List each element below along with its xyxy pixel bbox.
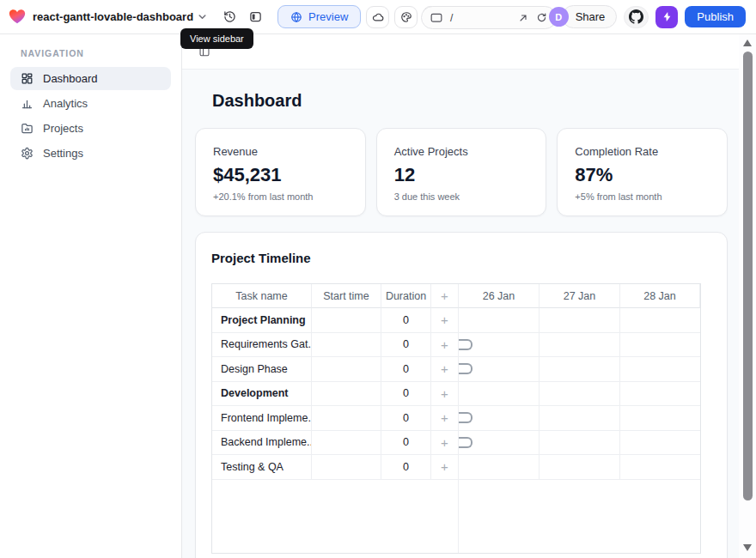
dashboard-grid-icon — [21, 72, 34, 85]
stat-card-subtext: +20.1% from last month — [213, 191, 348, 202]
timeline-cell-28-jan — [620, 455, 700, 480]
chevron-down-icon[interactable] — [198, 12, 207, 21]
folder-icon — [21, 122, 34, 135]
timeline-cell-28-jan — [620, 431, 700, 456]
stat-card-label: Revenue — [213, 145, 348, 158]
scrollbar-thumb[interactable] — [743, 52, 753, 500]
preview-button-label: Preview — [308, 10, 348, 23]
project-name[interactable]: react-gantt-lovable-dashboard — [33, 10, 193, 23]
gantt-bar-stub[interactable] — [459, 363, 472, 374]
panel-toggle-icon — [249, 10, 262, 23]
timeline-cell-28-jan — [620, 382, 700, 407]
start-time-cell — [312, 431, 381, 456]
column-header-date: 27 Jan — [540, 284, 620, 308]
github-button[interactable] — [624, 6, 649, 28]
dashboard-content: Dashboard Revenue $45,231 +20.1% from la… — [182, 70, 739, 558]
stat-card-value: $45,231 — [213, 164, 348, 186]
publish-button[interactable]: Publish — [685, 6, 746, 27]
globe-icon — [290, 11, 302, 23]
url-path: / — [450, 12, 453, 24]
stat-card-label: Active Projects — [394, 145, 529, 158]
integrations-button[interactable] — [655, 6, 678, 28]
timeline-cell-27-jan — [540, 431, 620, 456]
share-button[interactable]: Share — [562, 5, 618, 28]
sidebar-item-dashboard[interactable]: Dashboard — [10, 67, 171, 90]
task-name-cell[interactable]: Testing & QA — [212, 455, 312, 480]
stat-cards-row: Revenue $45,231 +20.1% from last month A… — [195, 128, 728, 216]
add-task-button[interactable]: + — [431, 333, 459, 358]
gantt-table: Task name Start time Duration + 26 Jan 2… — [211, 283, 701, 554]
preview-button[interactable]: Preview — [277, 5, 361, 28]
add-column-button[interactable]: + — [431, 284, 459, 308]
task-name-cell[interactable]: Frontend Impleme... — [212, 406, 312, 431]
view-sidebar-tooltip: View sidebar — [180, 28, 253, 49]
add-task-button[interactable]: + — [431, 406, 459, 431]
gantt-bar-stub[interactable] — [459, 437, 472, 448]
duration-cell: 0 — [381, 357, 431, 382]
timeline-cell-27-jan — [540, 406, 620, 431]
app-sidebar: NAVIGATION Dashboard Analytics Projects … — [0, 34, 182, 558]
gantt-task-row: Backend Impleme... 0 + — [212, 431, 700, 456]
duration-cell: 0 — [381, 431, 431, 456]
column-header-date: 26 Jan — [459, 284, 540, 308]
task-name-cell[interactable]: Requirements Gat... — [212, 333, 312, 358]
gantt-empty-right — [459, 480, 702, 553]
timeline-cell-27-jan — [540, 333, 620, 358]
stat-card-value: 87% — [575, 164, 710, 186]
stat-card-subtext: 3 due this week — [394, 191, 529, 202]
duration-cell: 0 — [381, 333, 431, 358]
sidebar-item-label: Projects — [43, 122, 83, 135]
panel-toggle-button[interactable] — [245, 7, 265, 27]
history-icon — [223, 10, 236, 23]
start-time-cell — [312, 308, 381, 333]
external-link-icon[interactable] — [518, 13, 528, 23]
add-task-button[interactable]: + — [431, 308, 459, 333]
url-bar[interactable]: / — [421, 6, 557, 29]
timeline-cell-26-jan — [459, 382, 540, 407]
gantt-header-row: Task name Start time Duration + 26 Jan 2… — [212, 284, 700, 308]
timeline-cell-26-jan — [459, 333, 540, 358]
duration-cell: 0 — [381, 308, 431, 333]
gantt-bar-stub[interactable] — [459, 339, 472, 350]
theme-button[interactable] — [394, 6, 418, 28]
duration-cell: 0 — [381, 455, 431, 480]
timeline-cell-27-jan — [540, 308, 620, 333]
task-name-cell[interactable]: Backend Impleme... — [212, 431, 312, 456]
gantt-task-row: Development 0 + — [212, 382, 700, 407]
refresh-icon[interactable] — [536, 12, 547, 23]
task-name-cell[interactable]: Project Planning — [212, 308, 312, 333]
sidebar-item-settings[interactable]: Settings — [10, 142, 171, 165]
task-name-cell[interactable]: Design Phase — [212, 357, 312, 382]
column-header-start-time: Start time — [312, 284, 381, 308]
lovable-heart-icon[interactable] — [9, 9, 26, 25]
lightning-icon — [662, 11, 673, 22]
github-icon — [629, 9, 643, 24]
start-time-cell — [312, 357, 381, 382]
scroll-down-icon[interactable] — [743, 544, 752, 551]
cloud-button[interactable] — [366, 6, 389, 28]
gantt-bar-stub[interactable] — [459, 412, 472, 423]
sidebar-item-analytics[interactable]: Analytics — [10, 92, 171, 115]
add-task-button[interactable]: + — [431, 455, 459, 480]
column-header-duration: Duration — [381, 284, 431, 308]
stat-card-value: 12 — [394, 164, 529, 186]
scroll-up-icon[interactable] — [743, 39, 752, 46]
stat-card: Completion Rate 87% +5% from last month — [557, 128, 728, 216]
timeline-title: Project Timeline — [211, 251, 711, 265]
preview-pane: NAVIGATION Dashboard Analytics Projects … — [0, 34, 756, 558]
history-button[interactable] — [219, 7, 240, 27]
add-task-button[interactable]: + — [431, 357, 459, 382]
stat-card: Active Projects 12 3 due this week — [376, 128, 547, 216]
timeline-cell-26-jan — [459, 357, 540, 382]
task-name-cell[interactable]: Development — [212, 382, 312, 407]
add-task-button[interactable]: + — [431, 431, 459, 456]
add-task-button[interactable]: + — [431, 382, 459, 407]
avatar[interactable]: D — [549, 7, 569, 27]
browser-icon — [430, 13, 442, 23]
sidebar-item-label: Analytics — [43, 97, 88, 110]
timeline-cell-26-jan — [459, 308, 540, 333]
sidebar-item-projects[interactable]: Projects — [10, 117, 171, 140]
app-header — [182, 34, 739, 70]
stat-card-subtext: +5% from last month — [575, 191, 710, 202]
stat-card-label: Completion Rate — [575, 145, 710, 158]
